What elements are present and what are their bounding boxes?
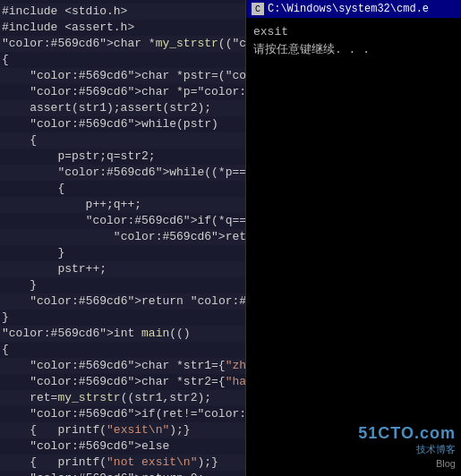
code-text: { <box>2 181 243 197</box>
code-text: "color:#569cd6">int main(() <box>2 326 243 342</box>
watermark-sub: 技术博客 <box>358 443 456 456</box>
code-text: p=pstr;q=str2; <box>2 149 243 165</box>
cmd-titlebar: C C:\Windows\system32\cmd.e <box>246 0 461 18</box>
code-line: "color:#569cd6">char *str1={"zhang"}; <box>0 358 245 374</box>
code-line: ret=my_strstr((str1,str2); <box>0 390 245 406</box>
code-line: "color:#569cd6">else <box>0 438 245 455</box>
code-line: "color:#569cd6">char *str2={"ha"};"color… <box>0 374 245 390</box>
code-line: } <box>0 277 245 293</box>
code-text: "color:#569cd6">while((*p==*q)&&(*p)) <box>2 165 246 181</box>
code-line: "color:#569cd6">if(ret!="color:#569cd6">… <box>0 406 245 422</box>
watermark-main: 51CTO.com <box>358 424 456 443</box>
code-text: "color:#569cd6">else <box>2 438 243 455</box>
code-text: "color:#569cd6">char *str1={"zhang"}; <box>2 358 246 374</box>
code-text: "color:#569cd6">char *str2={"ha"};"color… <box>2 374 246 390</box>
code-line: "color:#569cd6">char *pstr=("color:#569c… <box>0 68 245 84</box>
code-line: "color:#569cd6">char *my_strstr(("color:… <box>0 36 245 52</box>
cmd-output-line: 请按任意键继续. . . <box>253 41 454 59</box>
cmd-title: C:\Windows\system32\cmd.e <box>268 3 429 15</box>
code-line: "color:#569cd6">return "color:#569cd6">N… <box>0 293 245 310</box>
code-line: } <box>0 310 245 326</box>
code-text: #include <stdio.h> <box>2 4 243 20</box>
code-line: #include <assert.h> <box>0 20 245 36</box>
code-line: "color:#569cd6">char *p="color:#569cd6">… <box>0 84 245 100</box>
code-editor: #include <stdio.h>#include <assert.h>"co… <box>0 0 246 476</box>
code-text: "color:#569cd6">if(*q=='\0') <box>2 213 246 229</box>
code-text: } <box>2 245 243 261</box>
watermark: 51CTO.com 技术博客 Blog <box>358 424 456 469</box>
code-line: "color:#569cd6">return pstr; <box>0 229 245 245</box>
code-line: p=pstr;q=str2; <box>0 149 245 165</box>
code-text: { <box>2 342 243 358</box>
code-text: assert(str1);assert(str2); <box>2 100 243 116</box>
code-line: p++;q++; <box>0 197 245 213</box>
cmd-output-line: exsit <box>253 23 454 41</box>
code-line: "color:#569cd6">while(pstr) <box>0 116 245 132</box>
cmd-icon: C <box>252 3 264 15</box>
code-line: { printf("exsit\n");} <box>0 422 245 438</box>
code-line: { <box>0 342 245 358</box>
code-line: "color:#569cd6">int main(() <box>0 326 245 342</box>
code-line: "color:#569cd6">while((*p==*q)&&(*p)) <box>0 165 245 181</box>
code-text: ret=my_strstr((str1,str2); <box>2 390 243 406</box>
code-text: } <box>2 310 243 326</box>
code-text: "color:#569cd6">if(ret!="color:#569cd6">… <box>2 406 246 422</box>
code-text: "color:#569cd6">return "color:#569cd6">N… <box>2 293 246 310</box>
code-line: { printf("not exsit\n");} <box>0 455 245 471</box>
code-text: "color:#569cd6">char *p="color:#569cd6">… <box>2 84 246 100</box>
code-line: { <box>0 132 245 149</box>
code-line: { <box>0 52 245 68</box>
code-text: p++;q++; <box>2 197 243 213</box>
code-text: { <box>2 52 243 68</box>
code-text: "color:#569cd6">while(pstr) <box>2 116 243 132</box>
code-text: "color:#569cd6">return 0; <box>2 471 243 476</box>
code-line: "color:#569cd6">if(*q=='\0') <box>0 213 245 229</box>
code-line: #include <stdio.h> <box>0 4 245 20</box>
code-line: { <box>0 181 245 197</box>
code-text: #include <assert.h> <box>2 20 243 36</box>
code-text: "color:#569cd6">char *my_strstr(("color:… <box>2 36 246 52</box>
code-text: "color:#569cd6">return pstr; <box>2 229 246 245</box>
code-text: { <box>2 132 243 149</box>
watermark-blog: Blog <box>358 458 456 469</box>
code-text: pstr++; <box>2 261 243 277</box>
code-text: } <box>2 277 243 293</box>
code-line: } <box>0 245 245 261</box>
code-text: "color:#569cd6">char *pstr=("color:#569c… <box>2 68 246 84</box>
code-text: { printf("exsit\n");} <box>2 422 243 438</box>
code-line: pstr++; <box>0 261 245 277</box>
code-line: "color:#569cd6">return 0; <box>0 471 245 476</box>
cmd-window: C C:\Windows\system32\cmd.e exsit请按任意键继续… <box>246 0 461 476</box>
code-line: assert(str1);assert(str2); <box>0 100 245 116</box>
cmd-content: exsit请按任意键继续. . . <box>246 18 461 64</box>
code-text: { printf("not exsit\n");} <box>2 455 243 471</box>
